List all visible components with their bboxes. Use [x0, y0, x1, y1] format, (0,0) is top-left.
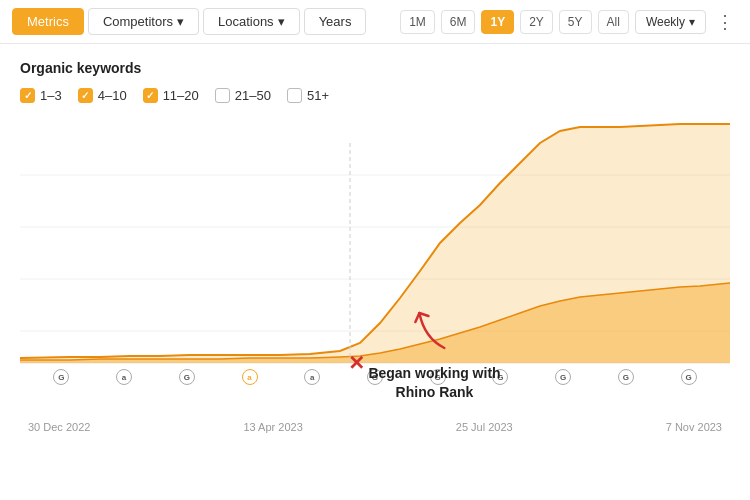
checkbox-4-10[interactable]: 4–10: [78, 88, 127, 103]
time-1y[interactable]: 1Y: [481, 10, 514, 34]
interval-label: Weekly: [646, 15, 685, 29]
icon-G-7: G: [618, 369, 634, 385]
x-axis-labels: 30 Dec 2022 13 Apr 2023 25 Jul 2023 7 No…: [20, 421, 730, 433]
time-2y[interactable]: 2Y: [520, 10, 553, 34]
icon-G-1: G: [53, 369, 69, 385]
chart-container: ✕ G a G a a G G G G G G 30 Dec 2022 13 A…: [20, 123, 730, 433]
x-label-4: 7 Nov 2023: [666, 421, 722, 433]
toolbar-right: 1M 6M 1Y 2Y 5Y All Weekly ▾ ⋮: [400, 10, 738, 34]
tab-years[interactable]: Years: [304, 8, 367, 35]
icon-a-2: a: [242, 369, 258, 385]
time-1m[interactable]: 1M: [400, 10, 435, 34]
tab-competitors[interactable]: Competitors ▾: [88, 8, 199, 35]
x-label-1: 30 Dec 2022: [28, 421, 90, 433]
chevron-down-icon: ▾: [177, 14, 184, 29]
icon-G-6: G: [555, 369, 571, 385]
more-button[interactable]: ⋮: [712, 11, 738, 33]
chart-svg: [20, 123, 730, 383]
time-6m[interactable]: 6M: [441, 10, 476, 34]
icon-G-8: G: [681, 369, 697, 385]
time-5y[interactable]: 5Y: [559, 10, 592, 34]
icon-G-2: G: [179, 369, 195, 385]
tab-metrics[interactable]: Metrics: [12, 8, 84, 35]
checkbox-1-3[interactable]: 1–3: [20, 88, 62, 103]
toolbar-tabs: Metrics Competitors ▾ Locations ▾ Years: [12, 8, 366, 35]
cb-box-51plus: [287, 88, 302, 103]
icon-G-5: G: [492, 369, 508, 385]
cb-box-4-10: [78, 88, 93, 103]
icon-row: G a G a a G G G G G G: [20, 369, 730, 385]
checkbox-row: 1–3 4–10 11–20 21–50 51+: [20, 88, 730, 103]
cb-box-21-50: [215, 88, 230, 103]
toolbar: Metrics Competitors ▾ Locations ▾ Years …: [0, 0, 750, 44]
checkbox-21-50[interactable]: 21–50: [215, 88, 271, 103]
cb-box-11-20: [143, 88, 158, 103]
tab-locations[interactable]: Locations ▾: [203, 8, 300, 35]
section-title: Organic keywords: [20, 60, 730, 76]
cb-box-1-3: [20, 88, 35, 103]
x-label-3: 25 Jul 2023: [456, 421, 513, 433]
main-content: Organic keywords 1–3 4–10 11–20 21–50 51…: [0, 44, 750, 433]
chevron-down-icon: ▾: [278, 14, 285, 29]
icon-G-3: G: [367, 369, 383, 385]
icon-a-3: a: [304, 369, 320, 385]
time-all[interactable]: All: [598, 10, 629, 34]
checkbox-11-20[interactable]: 11–20: [143, 88, 199, 103]
icon-a-1: a: [116, 369, 132, 385]
chevron-down-icon: ▾: [689, 15, 695, 29]
checkbox-51plus[interactable]: 51+: [287, 88, 329, 103]
x-label-2: 13 Apr 2023: [243, 421, 302, 433]
interval-dropdown[interactable]: Weekly ▾: [635, 10, 706, 34]
icon-G-4: G: [430, 369, 446, 385]
